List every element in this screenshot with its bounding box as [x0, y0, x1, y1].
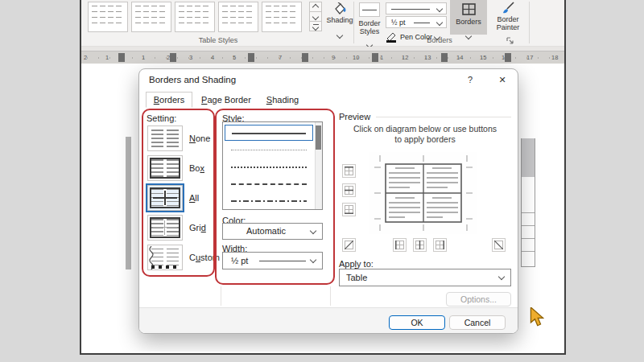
ruler-number: 1 — [380, 54, 383, 61]
apply-to-dropdown[interactable]: Table — [339, 269, 511, 286]
borders-and-shading-dialog: Borders and Shading ? ✕ Borders Page Bor… — [138, 68, 518, 334]
ruler-number: 10 — [353, 54, 359, 61]
ok-button[interactable]: OK — [389, 315, 445, 330]
cancel-button[interactable]: Cancel — [449, 315, 506, 330]
ruler-column-marker[interactable] — [372, 53, 378, 62]
right-border-button[interactable] — [433, 238, 447, 252]
group-separator — [353, 2, 354, 43]
line-style-sample — [231, 183, 307, 185]
scrollbar-thumb[interactable] — [316, 125, 321, 150]
chevron-down-icon — [310, 227, 316, 233]
ruler-column-marker[interactable] — [248, 53, 254, 62]
ruler-column-marker[interactable] — [505, 53, 511, 62]
borders-button[interactable]: Borders — [450, 0, 487, 35]
color-dropdown[interactable]: Automatic — [222, 223, 323, 240]
setting-option-box[interactable] — [147, 155, 183, 181]
style-option-dotted-fine[interactable] — [225, 142, 313, 158]
tab-borders[interactable]: Borders — [146, 92, 192, 108]
diagonal-down-border-button[interactable] — [492, 238, 506, 252]
ruler-number: 9 — [332, 54, 335, 61]
bottom-border-button[interactable] — [342, 203, 356, 216]
style-list-scrollbar[interactable] — [315, 122, 322, 209]
gallery-more-button[interactable] — [309, 21, 322, 31]
ruler-number: 14 — [456, 54, 463, 61]
style-listbox[interactable] — [222, 121, 323, 210]
table-style-preview — [92, 6, 124, 28]
preview-caption-line2: to apply borders — [339, 134, 511, 144]
setting-option-label-none: None — [189, 134, 210, 143]
chevron-up-icon — [312, 3, 319, 10]
table-style-thumbnail[interactable] — [262, 2, 302, 32]
help-button[interactable]: ? — [456, 69, 484, 90]
ruler-column-marker[interactable] — [118, 53, 125, 62]
preview-diagram[interactable] — [369, 152, 477, 234]
chevron-down-icon — [310, 257, 316, 263]
setting-option-label-custom: Custom — [189, 253, 220, 262]
style-option-dotted[interactable] — [225, 158, 313, 175]
left-border-button[interactable] — [393, 238, 407, 252]
preview-label: Preview — [339, 112, 370, 121]
ruler-column-marker[interactable] — [441, 53, 448, 62]
table-style-thumbnail[interactable] — [218, 2, 258, 32]
tab-shading[interactable]: Shading — [260, 92, 305, 108]
top-border-button[interactable] — [342, 164, 356, 178]
table-style-thumbnail[interactable] — [175, 2, 215, 32]
ribbon: Shading Border Styles — [81, 0, 564, 47]
ruler-column-marker[interactable] — [170, 53, 176, 62]
line-style-dropdown[interactable] — [386, 2, 447, 14]
table-style-thumbnail[interactable] — [131, 2, 171, 32]
dialog-title: Borders and Shading — [149, 75, 236, 84]
ruler-number: 15 — [480, 54, 486, 61]
chevron-down-icon — [498, 274, 505, 280]
line-weight-sample — [414, 23, 430, 23]
width-dropdown[interactable]: ½ pt — [222, 252, 323, 269]
cancel-label: Cancel — [464, 318, 491, 327]
setting-option-custom[interactable] — [147, 245, 183, 270]
options-button[interactable]: Options... — [446, 292, 511, 306]
chevron-down-icon — [312, 24, 319, 31]
borders-button-label: Borders — [450, 18, 487, 26]
style-option-solid[interactable] — [225, 125, 313, 141]
setting-icon-part — [151, 249, 179, 266]
horizontal-ruler[interactable]: 21123457910112131415161718 — [81, 51, 564, 64]
diagonal-up-border-button[interactable] — [342, 238, 356, 252]
inside-vertical-border-button[interactable] — [413, 238, 427, 252]
tab-page-border[interactable]: Page Border — [196, 92, 257, 108]
setting-icon-part — [153, 197, 177, 199]
line-weight-dropdown[interactable]: ½ pt — [386, 16, 447, 28]
width-line-sample — [259, 261, 306, 261]
style-option-dash-dot[interactable] — [225, 192, 313, 208]
inside-horizontal-border-button[interactable] — [342, 183, 356, 197]
inside-vertical-border-icon — [415, 241, 424, 249]
chevron-down-icon — [436, 6, 443, 12]
left-border-icon — [395, 241, 404, 249]
borders-dialog-launcher[interactable] — [506, 37, 514, 44]
setting-icon-part — [164, 220, 165, 235]
right-border-icon — [436, 241, 444, 249]
close-icon: ✕ — [498, 75, 506, 85]
ruler-column-marker[interactable] — [302, 53, 308, 62]
style-option-dashed[interactable] — [225, 175, 313, 191]
table-style-thumbnail[interactable] — [88, 2, 128, 32]
ok-label: OK — [411, 318, 423, 327]
line-style-sample — [231, 150, 307, 150]
shading-button[interactable]: Shading — [325, 2, 354, 43]
group-separator — [529, 2, 530, 43]
column-divider — [221, 286, 221, 306]
color-value: Automatic — [223, 226, 309, 236]
table-edge-behind-dialog — [126, 137, 131, 269]
top-border-icon — [345, 167, 353, 175]
setting-option-grid[interactable] — [147, 215, 183, 241]
line-style-sample — [231, 200, 307, 202]
preview-group-rule — [376, 117, 511, 117]
apply-to-label: Apply to: — [339, 259, 374, 269]
setting-option-all[interactable] — [147, 185, 183, 211]
setting-icon-part — [150, 187, 180, 208]
setting-option-label-grid: Grid — [189, 223, 206, 232]
ruler-number: 2 — [84, 54, 87, 61]
ruler-number: 1 — [105, 54, 109, 61]
close-button[interactable]: ✕ — [489, 69, 516, 90]
document-area[interactable]: Borders and Shading ? ✕ Borders Page Bor… — [81, 64, 564, 352]
setting-option-none[interactable] — [147, 125, 183, 151]
table-edge-behind-dialog — [521, 138, 535, 267]
